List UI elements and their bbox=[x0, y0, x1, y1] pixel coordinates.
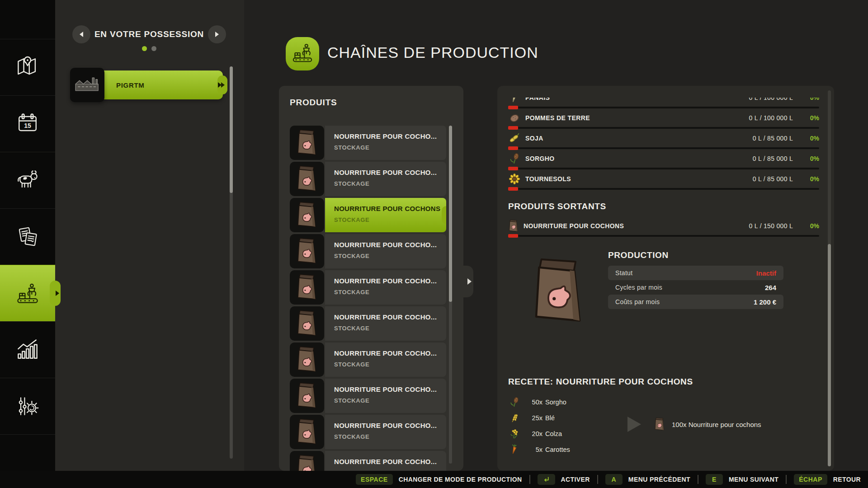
details-scrollbar[interactable] bbox=[828, 90, 831, 466]
product-name: NOURRITURE POUR COCHO... bbox=[334, 277, 446, 285]
storage-row: PANAIS 0 L / 100 000 L 0% bbox=[508, 98, 819, 109]
keybinding-entry[interactable]: E MENU SUIVANT bbox=[690, 474, 778, 485]
fill-level-value: 0 L / 85 000 L bbox=[753, 155, 793, 162]
sidebar-tab[interactable] bbox=[0, 152, 55, 208]
keycap[interactable]: ESPACE bbox=[356, 474, 393, 485]
keybinding-entry[interactable]: ACTIVER bbox=[522, 474, 590, 485]
pig-food-bag-icon bbox=[530, 255, 588, 328]
product-list-item[interactable]: NOURRITURE POUR COCHO... STOCKAGE bbox=[290, 415, 446, 449]
pigfood-icon bbox=[294, 128, 320, 157]
production-info-row: Coûts par mois 1 200 € bbox=[608, 295, 783, 309]
product-subtitle: STOCKAGE bbox=[334, 180, 446, 187]
page-title: CHAÎNES DE PRODUCTION bbox=[327, 44, 538, 61]
sidebar-tab[interactable]: 15 bbox=[0, 95, 55, 152]
fill-type-name: TOURNESOLS bbox=[525, 175, 571, 183]
next-category-button[interactable] bbox=[208, 25, 226, 43]
fill-percent: 0% bbox=[793, 135, 819, 142]
product-list-item[interactable]: NOURRITURE POUR COCHONS STOCKAGE bbox=[290, 198, 446, 232]
pigfood-icon bbox=[294, 273, 320, 302]
ingredient-qty: 5x bbox=[524, 446, 542, 453]
return-icon[interactable] bbox=[538, 474, 555, 485]
ingredient-qty: 50x bbox=[524, 399, 542, 406]
sidebar-tab[interactable] bbox=[0, 265, 55, 321]
wheat-icon bbox=[509, 413, 520, 423]
product-list-item[interactable]: NOURRITURE POUR COCHO... STOCKAGE bbox=[290, 379, 446, 413]
fill-percent: 0% bbox=[793, 114, 819, 122]
fill-progress-bar bbox=[508, 235, 819, 237]
storage-row: TOURNESOLS 0 L / 85 000 L 0% bbox=[508, 170, 819, 190]
pigfood-icon bbox=[294, 164, 320, 193]
svg-text:15: 15 bbox=[24, 122, 31, 129]
fill-level-value: 0 L / 85 000 L bbox=[753, 135, 793, 142]
product-name: NOURRITURE POUR COCHO... bbox=[334, 313, 446, 321]
keycap[interactable]: ÉCHAP bbox=[794, 474, 827, 485]
storage-row: SORGHO 0 L / 85 000 L 0% bbox=[508, 150, 819, 170]
product-list-item[interactable]: NOURRITURE POUR COCHO... STOCKAGE bbox=[290, 162, 446, 196]
facility-label: PIGRTM bbox=[101, 70, 223, 99]
info-label: Statut bbox=[615, 269, 756, 277]
possession-scrollbar[interactable] bbox=[230, 66, 233, 459]
product-name: NOURRITURE POUR COCHONS bbox=[334, 205, 446, 212]
product-list-item[interactable]: NOURRITURE POUR COCHO... STOCKAGE bbox=[290, 343, 446, 377]
products-panel: PRODUITS NOURRITURE POUR COCHO... STOCKA… bbox=[279, 86, 463, 471]
pager-dot[interactable] bbox=[151, 46, 156, 51]
outputs-section-title: PRODUITS SORTANTS bbox=[508, 202, 606, 211]
arrow-right-icon bbox=[467, 278, 472, 285]
sidebar-tabs: 15 bbox=[0, 39, 55, 434]
sidebar-tab[interactable] bbox=[0, 321, 55, 378]
product-list-item[interactable]: NOURRITURE POUR COCHO... STOCKAGE bbox=[290, 451, 446, 471]
keybinding-entry[interactable]: ÉCHAP RETOUR bbox=[778, 474, 861, 485]
documents-icon bbox=[14, 223, 41, 250]
recipe-section-title: RECETTE: NOURRITURE POUR COCHONS bbox=[508, 377, 693, 387]
production-info-row: Cycles par mois 264 bbox=[608, 280, 783, 295]
fill-percent: 0% bbox=[793, 155, 819, 162]
product-subtitle: STOCKAGE bbox=[334, 361, 446, 368]
sidebar-tab[interactable] bbox=[0, 39, 55, 95]
product-name: NOURRITURE POUR COCHO... bbox=[334, 422, 446, 429]
fill-type-name: NOURRITURE POUR COCHONS bbox=[524, 222, 624, 230]
fill-type-name: SOJA bbox=[525, 135, 543, 142]
sidebar-tab[interactable] bbox=[0, 378, 55, 434]
product-list: NOURRITURE POUR COCHO... STOCKAGE NOURRI… bbox=[290, 126, 446, 471]
fill-progress-bar bbox=[508, 107, 819, 108]
product-name: NOURRITURE POUR COCHO... bbox=[334, 458, 446, 465]
sidebar-tab[interactable] bbox=[0, 208, 55, 265]
prev-category-button[interactable] bbox=[72, 25, 90, 43]
ingredient-name: Blé bbox=[545, 414, 555, 422]
fill-level-value: 0 L / 100 000 L bbox=[749, 98, 793, 101]
product-list-item[interactable]: NOURRITURE POUR COCHO... STOCKAGE bbox=[290, 306, 446, 341]
progress-marker bbox=[508, 187, 518, 191]
owned-facility-item[interactable]: PIGRTM bbox=[70, 68, 223, 102]
possession-header: EN VOTRE POSSESSION bbox=[72, 25, 226, 43]
products-scrollbar-thumb[interactable] bbox=[449, 126, 452, 302]
keycap[interactable]: A bbox=[605, 474, 623, 485]
product-list-item[interactable]: NOURRITURE POUR COCHO... STOCKAGE bbox=[290, 270, 446, 305]
product-list-item[interactable]: NOURRITURE POUR COCHO... STOCKAGE bbox=[290, 234, 446, 268]
products-scrollbar[interactable] bbox=[449, 126, 452, 464]
possession-scrollbar-thumb[interactable] bbox=[230, 66, 233, 193]
progress-marker bbox=[508, 146, 518, 150]
details-scrollbar-thumb[interactable] bbox=[828, 244, 831, 466]
sidebar-spacer bbox=[0, 0, 55, 39]
keybinding-label: RETOUR bbox=[833, 476, 861, 483]
product-list-item[interactable]: NOURRITURE POUR COCHO... STOCKAGE bbox=[290, 126, 446, 160]
sidebar-divider bbox=[0, 434, 55, 453]
calendar-icon: 15 bbox=[14, 110, 41, 137]
pager-dot[interactable] bbox=[142, 46, 147, 51]
panel-expand-button[interactable] bbox=[463, 266, 473, 297]
info-label: Coûts par mois bbox=[615, 298, 754, 305]
info-label: Cycles par mois bbox=[615, 284, 765, 291]
recipe-ingredient: 5x Carottes bbox=[509, 441, 658, 457]
keybinding-entry[interactable]: ESPACE CHANGER DE MODE DE PRODUCTION bbox=[356, 474, 522, 485]
recipe-arrow-icon bbox=[627, 417, 641, 432]
possession-title: EN VOTRE POSSESSION bbox=[94, 29, 204, 39]
product-image bbox=[530, 255, 588, 328]
details-scroll-viewport: PANAIS 0 L / 100 000 L 0% POMMES DE T bbox=[508, 98, 819, 465]
info-value: 1 200 € bbox=[754, 298, 776, 306]
keycap[interactable]: E bbox=[706, 474, 723, 485]
keybinding-label: CHANGER DE MODE DE PRODUCTION bbox=[399, 476, 522, 483]
production-section-title: PRODUCTION bbox=[608, 250, 669, 260]
progress-marker bbox=[508, 106, 518, 109]
keybinding-entry[interactable]: A MENU PRÉCÉDENT bbox=[590, 474, 690, 485]
ingredient-name: Carottes bbox=[545, 446, 570, 453]
